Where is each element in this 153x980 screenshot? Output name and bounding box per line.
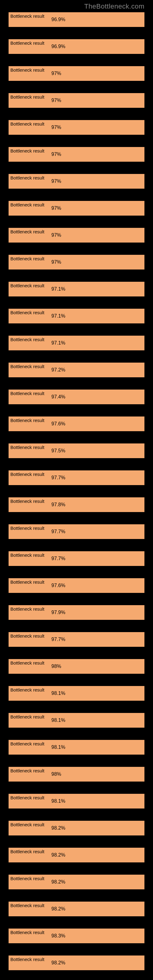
bar-value: 98.1%	[51, 718, 65, 723]
bar-row: Bottleneck result98.2%	[9, 956, 144, 970]
bar-label: Bottleneck result	[10, 768, 45, 773]
bar-row: Bottleneck result97.7%	[9, 551, 144, 566]
bar-label: Bottleneck result	[10, 445, 45, 450]
bar-label: Bottleneck result	[10, 876, 45, 881]
bar-row: Bottleneck result97.9%	[9, 605, 144, 620]
bar-value: 98.2%	[51, 852, 65, 858]
bar-label: Bottleneck result	[10, 148, 45, 153]
bar-value: 97.8%	[51, 502, 65, 508]
bar-row: Bottleneck result97.1%	[9, 309, 144, 323]
bar-value: 97.7%	[51, 637, 65, 642]
bar-value: 98.2%	[51, 906, 65, 912]
bar-label: Bottleneck result	[10, 229, 45, 234]
bar-row: Bottleneck result96.9%	[9, 12, 144, 27]
bar-value: 97%	[51, 125, 61, 130]
bar-label: Bottleneck result	[10, 660, 45, 665]
site-header: TheBottleneck.com	[0, 0, 153, 12]
bar-value: 96.9%	[51, 44, 65, 49]
bar-label: Bottleneck result	[10, 903, 45, 908]
bar-value: 97.9%	[51, 610, 65, 615]
bar-row: Bottleneck result97.4%	[9, 390, 144, 404]
bar-value: 97.1%	[51, 286, 65, 292]
bar-row: Bottleneck result97.7%	[9, 470, 144, 485]
bar-row: Bottleneck result97.7%	[9, 524, 144, 539]
bar-label: Bottleneck result	[10, 67, 45, 73]
bar-value: 97.1%	[51, 313, 65, 319]
bar-row: Bottleneck result98.2%	[9, 821, 144, 835]
bar-value: 97%	[51, 205, 61, 211]
bar-value: 97.4%	[51, 394, 65, 400]
bar-value: 98%	[51, 663, 61, 669]
bar-row: Bottleneck result98.2%	[9, 875, 144, 889]
bar-label: Bottleneck result	[10, 741, 45, 746]
bar-label: Bottleneck result	[10, 849, 45, 854]
bar-row: Bottleneck result98%	[9, 659, 144, 674]
bar-value: 98.2%	[51, 960, 65, 966]
bar-value: 97.7%	[51, 556, 65, 562]
bar-value: 98.2%	[51, 879, 65, 885]
site-name: TheBottleneck.com	[84, 2, 144, 10]
bar-row: Bottleneck result97%	[9, 147, 144, 162]
bar-label: Bottleneck result	[10, 175, 45, 180]
bar-value: 97.2%	[51, 367, 65, 373]
bar-row: Bottleneck result97%	[9, 174, 144, 189]
bar-value: 97.6%	[51, 421, 65, 426]
bar-label: Bottleneck result	[10, 13, 45, 19]
bar-row: Bottleneck result97.8%	[9, 497, 144, 512]
bar-row: Bottleneck result97%	[9, 66, 144, 81]
bar-label: Bottleneck result	[10, 930, 45, 935]
bar-row: Bottleneck result98.2%	[9, 902, 144, 916]
bar-value: 97.7%	[51, 475, 65, 480]
bar-label: Bottleneck result	[10, 337, 45, 342]
bar-row: Bottleneck result98.2%	[9, 848, 144, 862]
bar-value: 97%	[51, 98, 61, 103]
bar-label: Bottleneck result	[10, 499, 45, 504]
bar-label: Bottleneck result	[10, 579, 45, 585]
bar-row: Bottleneck result98.1%	[9, 740, 144, 755]
bar-row: Bottleneck result97.1%	[9, 282, 144, 296]
bar-row: Bottleneck result97%	[9, 93, 144, 108]
bar-label: Bottleneck result	[10, 202, 45, 207]
bar-label: Bottleneck result	[10, 94, 45, 100]
bar-value: 98.3%	[51, 933, 65, 939]
bar-value: 97%	[51, 151, 61, 157]
bar-row: Bottleneck result97%	[9, 120, 144, 135]
bar-value: 98.1%	[51, 799, 65, 804]
bar-label: Bottleneck result	[10, 606, 45, 612]
bar-label: Bottleneck result	[10, 822, 45, 827]
chart-area: Bottleneck result96.9%Bottleneck result9…	[0, 12, 153, 980]
bar-value: 97%	[51, 259, 61, 265]
bar-value: 97.5%	[51, 448, 65, 453]
bar-label: Bottleneck result	[10, 283, 45, 288]
bar-label: Bottleneck result	[10, 310, 45, 315]
bar-label: Bottleneck result	[10, 795, 45, 800]
bar-value: 97.1%	[51, 340, 65, 346]
bar-value: 97%	[51, 232, 61, 238]
bar-label: Bottleneck result	[10, 633, 45, 638]
bar-row: Bottleneck result98%	[9, 767, 144, 781]
bar-value: 96.9%	[51, 17, 65, 22]
bar-row: Bottleneck result98.1%	[9, 686, 144, 701]
bar-value: 97%	[51, 178, 61, 184]
bar-label: Bottleneck result	[10, 364, 45, 369]
bar-value: 98.2%	[51, 825, 65, 831]
bar-value: 97%	[51, 71, 61, 76]
bar-row: Bottleneck result98.1%	[9, 794, 144, 808]
bar-value: 98.1%	[51, 690, 65, 696]
bar-row: Bottleneck result97.5%	[9, 444, 144, 458]
bar-label: Bottleneck result	[10, 957, 45, 962]
bar-label: Bottleneck result	[10, 418, 45, 423]
bar-row: Bottleneck result97.6%	[9, 417, 144, 431]
bar-row: Bottleneck result97.1%	[9, 336, 144, 350]
bar-row: Bottleneck result97.2%	[9, 363, 144, 377]
bar-label: Bottleneck result	[10, 121, 45, 126]
bar-row: Bottleneck result98.1%	[9, 713, 144, 728]
bar-label: Bottleneck result	[10, 525, 45, 531]
bar-row: Bottleneck result98.3%	[9, 929, 144, 943]
bar-label: Bottleneck result	[10, 687, 45, 692]
bar-row: Bottleneck result97.7%	[9, 632, 144, 647]
bar-row: Bottleneck result97%	[9, 255, 144, 269]
bar-label: Bottleneck result	[10, 714, 45, 719]
bar-label: Bottleneck result	[10, 40, 45, 46]
bar-label: Bottleneck result	[10, 256, 45, 261]
